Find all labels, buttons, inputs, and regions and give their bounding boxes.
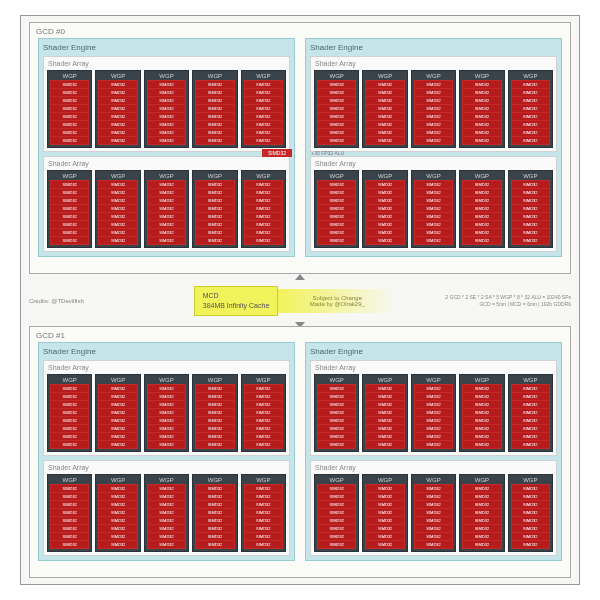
simd-stack: SIMD32SIMD32SIMD32SIMD32SIMD32SIMD32SIMD… xyxy=(317,180,356,245)
simd-cell: SIMD32 xyxy=(196,385,233,392)
wgp-block: WGPSIMD32SIMD32SIMD32SIMD32SIMD32SIMD32S… xyxy=(459,70,504,148)
simd-cell: SIMD32 xyxy=(99,237,136,244)
simd-stack: SIMD32SIMD32SIMD32SIMD32SIMD32SIMD32SIMD… xyxy=(365,80,404,145)
simd-cell: SIMD32 xyxy=(99,509,136,516)
wgp-label: WGP xyxy=(195,173,234,179)
shader-array-label: Shader Array xyxy=(47,364,286,372)
simd-cell: SIMD32 xyxy=(245,533,282,540)
simd-cell: SIMD32 xyxy=(196,525,233,532)
simd-stack: SIMD32SIMD32SIMD32SIMD32SIMD32SIMD32SIMD… xyxy=(365,484,404,549)
simd-stack: SIMD32SIMD32SIMD32SIMD32SIMD32SIMD32SIMD… xyxy=(50,484,89,549)
simd-cell: SIMD32 xyxy=(463,485,500,492)
simd-cell: SIMD32 xyxy=(99,393,136,400)
wgp-label: WGP xyxy=(414,477,453,483)
wgp-label: WGP xyxy=(98,377,137,383)
simd-stack: SIMD32SIMD32SIMD32SIMD32SIMD32SIMD32SIMD… xyxy=(98,80,137,145)
simd-cell: SIMD32 xyxy=(148,409,185,416)
simd-cell: SIMD32 xyxy=(196,97,233,104)
simd-cell: SIMD32 xyxy=(318,485,355,492)
simd-cell: SIMD32 xyxy=(51,485,88,492)
simd-stack: SIMD32SIMD32SIMD32SIMD32SIMD32SIMD32SIMD… xyxy=(317,80,356,145)
simd-cell: SIMD32 xyxy=(51,81,88,88)
wgp-label: WGP xyxy=(244,477,283,483)
simd-cell: SIMD32 xyxy=(415,81,452,88)
simd-cell: SIMD32 xyxy=(415,401,452,408)
simd-cell: SIMD32 xyxy=(512,213,549,220)
simd-cell: SIMD32 xyxy=(463,213,500,220)
simd-cell: SIMD32 xyxy=(366,121,403,128)
simd-cell: SIMD32 xyxy=(148,229,185,236)
shader-array: Shader ArrayWGPSIMD32SIMD32SIMD32SIMD32S… xyxy=(310,460,557,556)
simd-cell: SIMD32 xyxy=(318,105,355,112)
simd-cell: SIMD32 xyxy=(415,385,452,392)
wgp-block: WGPSIMD32SIMD32SIMD32SIMD32SIMD32SIMD32S… xyxy=(144,170,189,248)
simd-cell: SIMD32 xyxy=(196,113,233,120)
wgp-block: WGPSIMD32SIMD32SIMD32SIMD32SIMD32SIMD32S… xyxy=(508,474,553,552)
shader-array: Shader ArrayWGPSIMD32SIMD32SIMD32SIMD32S… xyxy=(43,460,290,556)
simd-stack: SIMD32SIMD32SIMD32SIMD32SIMD32SIMD32SIMD… xyxy=(195,80,234,145)
simd-cell: SIMD32 xyxy=(51,433,88,440)
simd-cell: SIMD32 xyxy=(415,541,452,548)
simd-cell: SIMD32 xyxy=(512,409,549,416)
simd-cell: SIMD32 xyxy=(99,525,136,532)
wgp-label: WGP xyxy=(317,377,356,383)
simd-cell: SIMD32 xyxy=(196,121,233,128)
simd-cell: SIMD32 xyxy=(245,401,282,408)
wgp-label: WGP xyxy=(462,73,501,79)
gcd-0-title: GCD #0 xyxy=(30,23,570,38)
simd-cell: SIMD32 xyxy=(99,89,136,96)
simd-cell: SIMD32 xyxy=(512,393,549,400)
wgp-label: WGP xyxy=(244,377,283,383)
simd-stack: SIMD32SIMD32SIMD32SIMD32SIMD32SIMD32SIMD… xyxy=(365,384,404,449)
simd-cell: SIMD32 xyxy=(99,493,136,500)
simd-cell: SIMD32 xyxy=(245,229,282,236)
simd-cell: SIMD32 xyxy=(415,533,452,540)
simd-cell: SIMD32 xyxy=(99,533,136,540)
simd-cell: SIMD32 xyxy=(245,509,282,516)
wgp-block: WGPSIMD32SIMD32SIMD32SIMD32SIMD32SIMD32S… xyxy=(459,374,504,452)
simd-cell: SIMD32 xyxy=(245,105,282,112)
simd-cell: SIMD32 xyxy=(318,509,355,516)
mcd-capacity: 384MB Infinity Cache xyxy=(203,301,270,311)
simd-cell: SIMD32 xyxy=(196,509,233,516)
simd-cell: SIMD32 xyxy=(148,181,185,188)
simd-stack: SIMD32SIMD32SIMD32SIMD32SIMD32SIMD32SIMD… xyxy=(462,484,501,549)
simd-cell: SIMD32 xyxy=(366,385,403,392)
simd-cell: SIMD32 xyxy=(366,493,403,500)
simd-cell: SIMD32 xyxy=(148,121,185,128)
simd-cell: SIMD32 xyxy=(51,493,88,500)
simd-cell: SIMD32 xyxy=(366,213,403,220)
simd-cell: SIMD32 xyxy=(51,129,88,136)
simd-stack: SIMD32SIMD32SIMD32SIMD32SIMD32SIMD32SIMD… xyxy=(317,384,356,449)
simd-cell: SIMD32 xyxy=(245,213,282,220)
simd-cell: SIMD32 xyxy=(51,541,88,548)
shader-engine-label: Shader Engine xyxy=(43,347,290,356)
simd-cell: SIMD32 xyxy=(318,541,355,548)
simd-cell: SIMD32 xyxy=(512,137,549,144)
simd-cell: SIMD32 xyxy=(512,401,549,408)
simd-cell: SIMD32 xyxy=(463,501,500,508)
wgp-block: WGPSIMD32SIMD32SIMD32SIMD32SIMD32SIMD32S… xyxy=(241,374,286,452)
simd-cell: SIMD32 xyxy=(512,89,549,96)
simd-cell: SIMD32 xyxy=(148,137,185,144)
simd-cell: SIMD32 xyxy=(148,485,185,492)
simd-cell: SIMD32 xyxy=(463,205,500,212)
simd-cell: SIMD32 xyxy=(318,137,355,144)
simd-cell: SIMD32 xyxy=(415,509,452,516)
simd-cell: SIMD32 xyxy=(366,113,403,120)
wgp-row: WGPSIMD32SIMD32SIMD32SIMD32SIMD32SIMD32S… xyxy=(47,170,286,248)
simd-cell: SIMD32 xyxy=(196,229,233,236)
wgp-block: WGPSIMD32SIMD32SIMD32SIMD32SIMD32SIMD32S… xyxy=(411,474,456,552)
simd-cell: SIMD32 xyxy=(245,525,282,532)
simd-cell: SIMD32 xyxy=(99,221,136,228)
simd-cell: SIMD32 xyxy=(99,181,136,188)
wgp-label: WGP xyxy=(462,377,501,383)
shader-array: Shader ArrayWGPSIMD32SIMD32SIMD32SIMD32S… xyxy=(43,156,290,252)
simd-legend-text: +30 FP32 ALU xyxy=(311,150,344,156)
simd-cell: SIMD32 xyxy=(99,401,136,408)
specs-line-1: 2 GCD * 2 SE * 2 SA * 5 WGP * 8 * 32 ALU… xyxy=(406,294,571,301)
simd-cell: SIMD32 xyxy=(463,509,500,516)
simd-stack: SIMD32SIMD32SIMD32SIMD32SIMD32SIMD32SIMD… xyxy=(414,180,453,245)
wgp-label: WGP xyxy=(365,377,404,383)
simd-cell: SIMD32 xyxy=(366,441,403,448)
